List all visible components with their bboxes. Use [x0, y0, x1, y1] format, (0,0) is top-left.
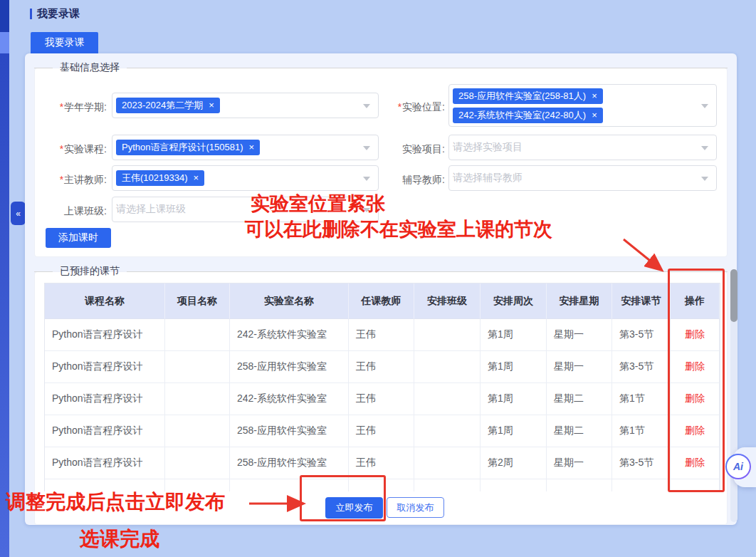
- delete-link[interactable]: 删除: [685, 457, 705, 469]
- location-label: *实验位置:: [365, 100, 445, 114]
- table-header-row: 课程名称 项目名称 实验室名称 任课教师 安排班级 安排周次 安排星期 安排课节…: [45, 283, 720, 319]
- chevron-down-icon: [701, 177, 708, 181]
- publish-button[interactable]: 立即发布: [325, 497, 383, 519]
- ai-icon: Ai: [733, 461, 743, 472]
- table-row: Python语言程序设计 258-应用软件实验室 王伟 第1周 星期二 第1节 …: [45, 415, 720, 447]
- location-select[interactable]: 258-应用软件实验室(258-81人) × 242-系统软件实验室(242-8…: [448, 84, 717, 127]
- delete-link[interactable]: 删除: [685, 328, 705, 341]
- close-icon[interactable]: ×: [592, 90, 597, 102]
- section-title: 基础信息选择: [60, 61, 120, 74]
- annotation-text-4: 选课完成: [80, 526, 159, 553]
- table-row: Python语言程序设计 258-应用软件实验室 王伟 第1周 星期一 第3-5…: [45, 351, 720, 383]
- section-title: 已预排的课节: [60, 265, 120, 278]
- table-row: Python语言程序设计 242-系统软件实验室 王伟 第1周 星期一 第3-5…: [45, 319, 720, 351]
- page-title: 我要录课: [37, 7, 80, 21]
- course-select[interactable]: Python语言程序设计(150581) ×: [112, 135, 379, 160]
- semester-select[interactable]: 2023-2024第二学期 ×: [112, 93, 379, 118]
- annotation-text-3: 调整完成后点击立即发布: [6, 489, 225, 516]
- teacher-select[interactable]: 王伟(10219334) ×: [112, 165, 379, 191]
- project-placeholder: 请选择实验项目: [453, 141, 523, 154]
- title-accent-bar: [30, 9, 32, 19]
- close-icon[interactable]: ×: [209, 100, 214, 111]
- cancel-publish-button[interactable]: 取消发布: [387, 497, 444, 518]
- sidebar-strip-active-item[interactable]: [0, 32, 9, 53]
- semester-label: *学年学期:: [27, 100, 107, 114]
- required-asterisk: *: [60, 174, 63, 185]
- assistant-label: 辅导教师:: [365, 172, 445, 187]
- teacher-tag: 王伟(10219334) ×: [116, 170, 204, 186]
- location-tag-1: 258-应用软件实验室(258-81人) ×: [453, 88, 603, 104]
- required-asterisk: *: [60, 143, 63, 155]
- delete-link[interactable]: 删除: [685, 425, 705, 437]
- project-select[interactable]: 请选择实验项目: [448, 135, 717, 160]
- close-icon[interactable]: ×: [194, 172, 199, 184]
- class-placeholder: 请选择上课班级: [116, 203, 186, 216]
- app-window: « 我要录课 我要录课 基础信息选择 *学年学期: 2023-2024第二学期 …: [0, 0, 756, 557]
- schedule-table: 课程名称 项目名称 实验室名称 任课教师 安排班级 安排周次 安排星期 安排课节…: [44, 283, 720, 491]
- chevrons-left-icon: «: [16, 209, 21, 219]
- table-row: Python语言程序设计 242-系统软件实验室 王伟 第1周 星期二 第1节 …: [45, 383, 720, 415]
- tab-record-course[interactable]: 我要录课: [31, 32, 98, 53]
- basic-info-legend: 基础信息选择: [34, 62, 728, 73]
- sidebar-collapse-button[interactable]: «: [11, 202, 26, 225]
- teacher-label: *主讲教师:: [27, 172, 107, 187]
- annotation-text-2: 可以在此删除不在实验室上课的节次: [245, 217, 552, 242]
- scheduled-lessons-legend: 已预排的课节: [34, 266, 728, 277]
- semester-tag: 2023-2024第二学期 ×: [116, 98, 220, 113]
- assistant-placeholder: 请选择辅导教师: [453, 172, 523, 184]
- class-label: 上课班级:: [27, 204, 107, 218]
- breadcrumb: 我要录课: [30, 6, 80, 21]
- project-label: 实验项目:: [365, 142, 445, 156]
- close-icon[interactable]: ×: [249, 142, 255, 153]
- scrollbar-thumb[interactable]: [730, 269, 737, 322]
- annotation-text-1: 实验室位置紧张: [251, 191, 385, 217]
- ai-assistant-button[interactable]: Ai: [725, 454, 751, 479]
- required-asterisk: *: [60, 101, 63, 113]
- chevron-down-icon: [701, 146, 708, 150]
- sidebar-strip: [0, 53, 9, 557]
- location-tag-2: 242-系统软件实验室(242-80人) ×: [453, 108, 603, 123]
- course-label: *实验课程:: [27, 142, 107, 156]
- sidebar-strip-top: [0, 0, 9, 32]
- chevron-down-icon: [701, 104, 708, 108]
- add-lesson-button[interactable]: 添加课时: [46, 228, 111, 248]
- course-tag: Python语言程序设计(150581) ×: [116, 140, 260, 155]
- assistant-select[interactable]: 请选择辅导教师: [448, 165, 717, 191]
- table-row: Python语言程序设计 258-应用软件实验室 王伟 第2周 星期一 第3-5…: [45, 447, 720, 479]
- close-icon[interactable]: ×: [592, 110, 597, 121]
- delete-link[interactable]: 删除: [685, 392, 705, 405]
- delete-link[interactable]: 删除: [685, 360, 705, 373]
- required-asterisk: *: [398, 101, 401, 113]
